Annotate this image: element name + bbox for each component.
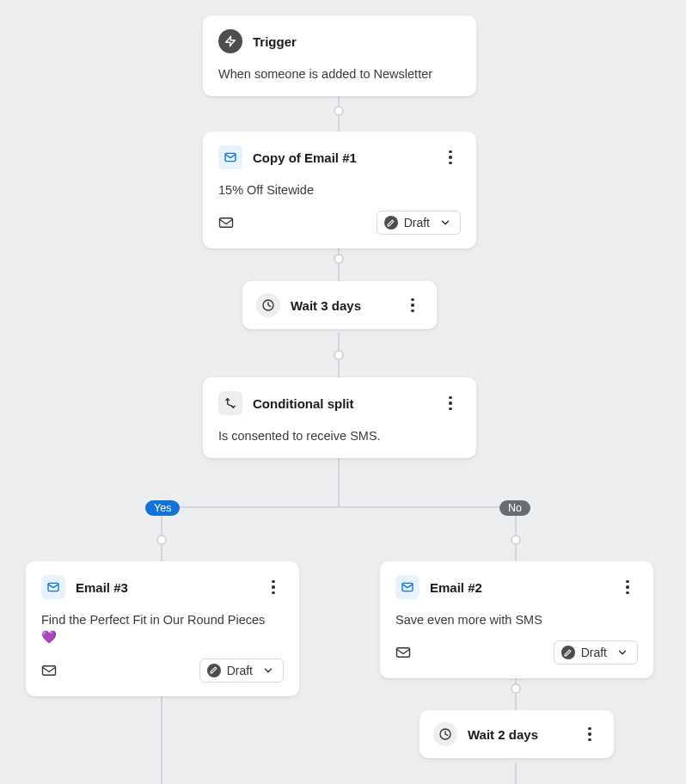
svg-marker-16 bbox=[226, 36, 236, 46]
email1-card[interactable]: Copy of Email #1 15% Off Sitewide Draft bbox=[203, 132, 476, 248]
clock-icon bbox=[256, 293, 280, 317]
pencil-icon bbox=[561, 646, 575, 659]
email3-desc: Find the Perfect Fit in Our Round Pieces… bbox=[41, 611, 284, 646]
email-icon bbox=[41, 575, 65, 599]
email1-more-button[interactable] bbox=[440, 147, 461, 168]
email2-status-label: Draft bbox=[581, 646, 607, 659]
pencil-icon bbox=[207, 664, 221, 677]
pencil-icon bbox=[384, 216, 398, 230]
trigger-title: Trigger bbox=[253, 34, 461, 49]
wait2-card[interactable]: Wait 2 days bbox=[420, 710, 614, 758]
split-desc: Is consented to receive SMS. bbox=[218, 427, 461, 444]
envelope-icon bbox=[218, 217, 234, 229]
email3-more-button[interactable] bbox=[263, 577, 284, 597]
chevron-down-icon bbox=[439, 217, 451, 229]
email-icon bbox=[395, 575, 420, 599]
wait1-card[interactable]: Wait 3 days bbox=[242, 281, 437, 329]
branch-no-label: No bbox=[499, 500, 530, 516]
svg-rect-21 bbox=[43, 665, 56, 675]
email2-more-button[interactable] bbox=[617, 577, 638, 597]
split-card[interactable]: Conditional split Is consented to receiv… bbox=[203, 377, 476, 458]
svg-point-11 bbox=[511, 536, 520, 544]
chevron-down-icon bbox=[616, 646, 628, 658]
wait1-more-button[interactable] bbox=[402, 295, 423, 315]
svg-point-14 bbox=[511, 684, 520, 693]
email3-title: Email #3 bbox=[76, 580, 253, 595]
svg-point-9 bbox=[157, 536, 166, 544]
split-title: Conditional split bbox=[253, 396, 430, 411]
lightning-icon bbox=[218, 29, 242, 53]
envelope-icon bbox=[395, 646, 411, 658]
trigger-card[interactable]: Trigger When someone is added to Newslet… bbox=[203, 15, 476, 96]
email2-card[interactable]: Email #2 Save even more with SMS Draft bbox=[380, 561, 653, 678]
svg-rect-23 bbox=[397, 648, 410, 658]
email2-title: Email #2 bbox=[430, 580, 607, 595]
email3-card[interactable]: Email #3 Find the Perfect Fit in Our Rou… bbox=[26, 561, 299, 696]
chevron-down-icon bbox=[262, 665, 274, 677]
email3-status-select[interactable]: Draft bbox=[199, 658, 284, 683]
wait1-title: Wait 3 days bbox=[291, 298, 392, 313]
email3-status-label: Draft bbox=[227, 664, 253, 677]
split-icon bbox=[218, 391, 242, 415]
clock-icon bbox=[433, 722, 457, 746]
wait2-more-button[interactable] bbox=[579, 724, 600, 744]
envelope-icon bbox=[41, 665, 57, 677]
email1-desc: 15% Off Sitewide bbox=[218, 181, 461, 199]
wait2-title: Wait 2 days bbox=[468, 727, 569, 742]
svg-point-5 bbox=[334, 351, 343, 359]
svg-point-1 bbox=[334, 107, 343, 115]
split-more-button[interactable] bbox=[440, 393, 461, 413]
email2-desc: Save even more with SMS bbox=[395, 611, 638, 628]
email1-status-select[interactable]: Draft bbox=[377, 211, 461, 235]
trigger-desc: When someone is added to Newsletter bbox=[218, 65, 461, 83]
email2-status-select[interactable]: Draft bbox=[554, 640, 638, 665]
email1-title: Copy of Email #1 bbox=[253, 150, 430, 165]
email-icon bbox=[218, 145, 242, 169]
svg-point-3 bbox=[334, 254, 343, 263]
email1-status-label: Draft bbox=[404, 216, 430, 230]
svg-rect-18 bbox=[220, 218, 233, 228]
branch-yes-label: Yes bbox=[145, 500, 180, 516]
